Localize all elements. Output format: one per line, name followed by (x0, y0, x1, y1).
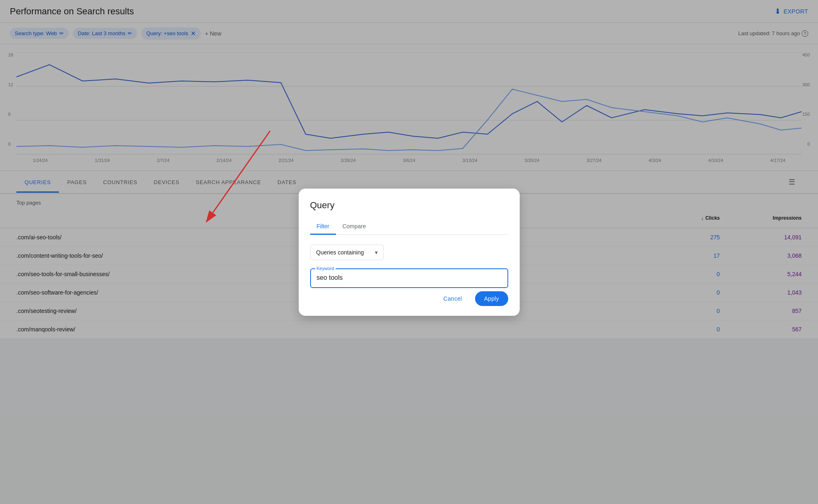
modal-overlay[interactable]: Query Filter Compare Queries containing … (0, 0, 818, 504)
dialog-tab-compare[interactable]: Compare (336, 219, 373, 235)
dialog-actions: Cancel Apply (310, 291, 508, 306)
keyword-field-wrapper: Keyword (310, 268, 508, 288)
dropdown-arrow-icon: ▾ (375, 249, 378, 256)
filter-type-button[interactable]: Queries containing ▾ (310, 245, 384, 260)
dialog-body: Queries containing ▾ Keyword (310, 245, 508, 288)
svg-line-5 (213, 131, 270, 213)
dialog-tab-filter[interactable]: Filter (310, 219, 336, 235)
query-dialog: Query Filter Compare Queries containing … (299, 189, 520, 316)
dialog-title: Query (310, 200, 508, 211)
dialog-tabs: Filter Compare (310, 219, 508, 235)
cancel-button[interactable]: Cancel (437, 291, 469, 306)
keyword-input[interactable] (317, 272, 502, 283)
filter-type-select: Queries containing ▾ (310, 245, 508, 260)
apply-button[interactable]: Apply (475, 291, 508, 306)
keyword-label: Keyword (315, 266, 336, 271)
